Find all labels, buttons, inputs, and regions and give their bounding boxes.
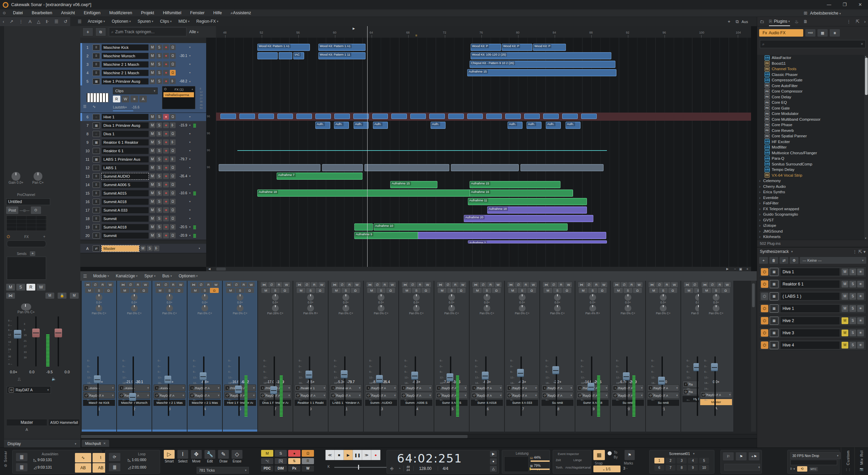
strip-m-button[interactable]: M (367, 288, 376, 293)
strip-fader-zone[interactable]: 6–0–6–12–18–24–36–∞– (399, 355, 434, 419)
master-output-dropdown[interactable]: ORayDAT A▾ (7, 386, 51, 394)
midi-mini-clip[interactable] (277, 114, 293, 119)
hw-fader-3-cap[interactable] (55, 329, 62, 337)
track-expand-chevron[interactable]: ▴ (187, 80, 193, 83)
strip-s-button[interactable]: S (447, 288, 456, 293)
plugin-folder[interactable]: ›GVST (757, 217, 868, 223)
synth-fx-button[interactable]: ✳ (857, 269, 864, 275)
hw-fader-1-cap[interactable] (32, 329, 40, 337)
strip-s-button[interactable]: S (659, 288, 668, 293)
synth-mute-button[interactable]: M (842, 269, 848, 275)
track-row-13[interactable]: 13⠿Summit AUDIOMS●Ω-35.4▾ (80, 172, 206, 181)
strip-gain-knob[interactable] (519, 294, 526, 301)
strip-R-button[interactable]: R (311, 282, 318, 287)
plugin-item[interactable]: FXCore EQ (757, 100, 868, 105)
mute-button[interactable]: M (150, 44, 155, 50)
mix-row3-1[interactable]: DIM (275, 466, 287, 472)
strip-W-button[interactable]: W (107, 282, 114, 287)
clip[interactable]: Wood Kit: Pattern 1 A1 (318, 44, 366, 51)
clip[interactable]: Aufn. (566, 122, 580, 129)
inspector-w-button[interactable]: W (37, 284, 45, 291)
midi-mini-clip[interactable] (448, 114, 464, 119)
plugin-item[interactable]: FXCore Gate (757, 105, 868, 111)
strip-fader-zone[interactable]: 6–0–6–12–18–24–36–∞– (152, 355, 187, 419)
param-row[interactable]: Lautstrk+-16.6 (113, 104, 164, 110)
solo-button[interactable]: S (156, 70, 162, 76)
mixer-strip-3[interactable]: ⋈∅RWMSΩ0.0+Pan 0% C+6–0–6–12–18–24–36–∞–… (152, 281, 187, 432)
strip-fader-zone[interactable]: 6–0–6–12–18–24–36–∞– (505, 355, 540, 419)
synth-item[interactable]: ⏻▦Hive 3MS✳ (759, 328, 866, 338)
strip-∅-button[interactable]: ∅ (621, 282, 628, 287)
plugin-item[interactable]: ✕FXModfilter (757, 144, 868, 150)
mixer-strip-11[interactable]: ⋈∅RWMSΩ0.0+Pan 0% C+6–0–6–12–18–24–36–∞–… (329, 281, 363, 432)
clip[interactable]: Aufnahme 16 (470, 190, 573, 197)
strip-⋈-button[interactable]: ⋈ (702, 282, 708, 287)
synth-fx-button[interactable]: ✳ (857, 281, 864, 288)
strip-phones-button[interactable]: Ω (527, 288, 536, 293)
screenset-cell-8[interactable]: 8 (677, 465, 687, 471)
mute-button[interactable]: M (150, 114, 155, 120)
plugin-item[interactable]: FXCore Phase (757, 122, 868, 128)
strip-m-button[interactable]: M (156, 288, 164, 293)
strip-fader[interactable] (168, 356, 169, 416)
record-arm-button[interactable]: ● (163, 199, 169, 204)
strip-W-button[interactable]: W (318, 282, 325, 287)
synth-power-button[interactable]: ⏻ (761, 317, 768, 324)
inspector-s-button[interactable]: S (16, 284, 25, 291)
strip-⋈-button[interactable]: ⋈ (684, 282, 691, 287)
strip-R-button[interactable]: R (558, 282, 565, 287)
midi-mini-clip[interactable] (296, 114, 312, 119)
scroll-left-icon[interactable]: ◀ (208, 267, 211, 271)
strip-R-button[interactable]: R (593, 282, 600, 287)
plugin-folder[interactable]: ›Celemony (757, 178, 868, 184)
global-solo-button[interactable]: S (275, 450, 287, 457)
strip-∅-button[interactable]: ∅ (691, 282, 698, 287)
screenset-cell-10[interactable]: 10 (699, 465, 709, 471)
synth-mute-button[interactable]: M (842, 342, 848, 349)
toolbar-icon-3[interactable]: A (26, 17, 34, 26)
app-menu-icon[interactable]: ⊙ (0, 8, 8, 18)
strip-fader-cap[interactable] (552, 366, 559, 374)
record-arm-button[interactable]: ● (163, 190, 169, 196)
strip-∅-button[interactable]: ∅ (162, 282, 169, 287)
sync-field[interactable] (790, 460, 837, 465)
strip-W-button[interactable]: W (142, 282, 149, 287)
strip-⋈-button[interactable]: ⋈ (543, 282, 550, 287)
strip-fader[interactable] (97, 356, 99, 416)
sends-add-button[interactable]: + (30, 251, 35, 256)
track-name[interactable]: Summit (102, 216, 149, 222)
strip-m-button[interactable]: M (402, 288, 411, 293)
track-menu-icon[interactable]: ☰ (75, 17, 84, 26)
strip-fader[interactable] (626, 356, 628, 416)
plugin-item[interactable]: ✕FXCompressor/Gate (757, 77, 868, 83)
strip-fader[interactable] (450, 356, 451, 416)
record-arm-button[interactable]: ● (163, 182, 169, 187)
plugin-item[interactable]: FXVX-64 Vocal Strip (757, 173, 868, 178)
strip-⋈-button[interactable]: ⋈ (613, 282, 620, 287)
tvmenu-clips[interactable]: Clips▾ (157, 17, 175, 26)
fx-plugin-item[interactable]: ValhallaSuperma (163, 92, 194, 97)
track-name[interactable]: Reaktor 6 1 (102, 148, 149, 154)
metronome-icon[interactable]: △ (490, 466, 497, 472)
toolbar-icon-2[interactable]: ⋮ (16, 17, 26, 26)
strip-gain-knob[interactable] (713, 294, 719, 301)
gain-knob[interactable]: Gain 0.0+ (8, 172, 23, 184)
track-expand-chevron[interactable]: ▾ (187, 71, 193, 74)
clip[interactable]: Wood Kit: P (471, 44, 501, 51)
mixer-vscroll[interactable] (751, 281, 756, 432)
track-expand-chevron[interactable]: ▾ (187, 234, 193, 237)
rewind-button[interactable]: ≪ (326, 450, 335, 460)
strip-∅-button[interactable]: ∅ (515, 282, 522, 287)
clip[interactable]: Aufn. (431, 122, 446, 129)
track-search-input[interactable]: ⌕ Zum Track springen... (109, 27, 186, 36)
close-button[interactable]: ✕ (852, 0, 868, 9)
bus-meter-icon[interactable]: ‖⋅ (154, 245, 159, 251)
strip-phones-button[interactable]: Ω (421, 288, 430, 293)
midi-plug-icon[interactable]: ⎆ (388, 466, 396, 471)
instruments-button[interactable]: ▦ (817, 29, 828, 37)
strip-⋈-button[interactable]: ⋈ (120, 282, 126, 287)
synth-power-button[interactable]: ⏻ (761, 280, 768, 288)
strip-m-button[interactable]: M (332, 288, 341, 293)
strip-fader-cap[interactable] (235, 385, 242, 394)
display-dropdown[interactable]: Display ▾ (4, 439, 80, 448)
